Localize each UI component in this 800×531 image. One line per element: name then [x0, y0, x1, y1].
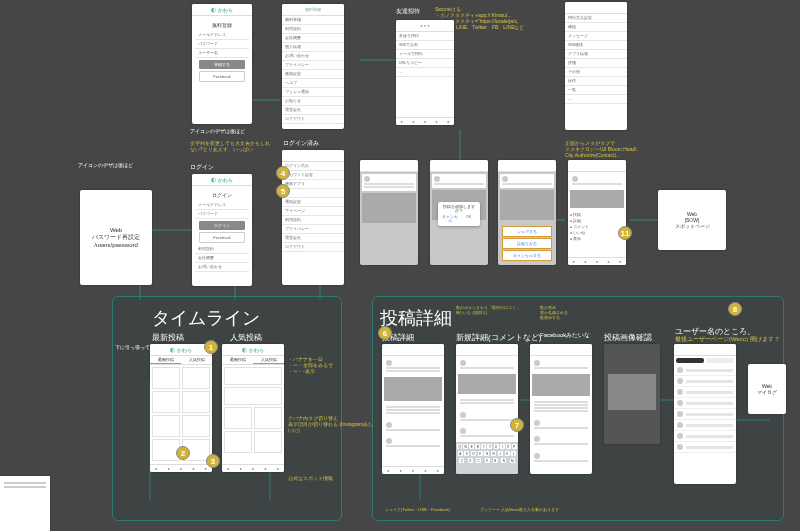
list-row[interactable]: プッシュ通知 [282, 88, 344, 97]
actions-header [565, 2, 627, 14]
login-email-field[interactable]: メールアドレス [195, 201, 249, 210]
list-row[interactable]: 個人情報 [282, 43, 344, 52]
tab-latest-2[interactable]: 最新投稿 [222, 356, 253, 364]
signup-submit-button[interactable]: 登録する [199, 60, 245, 69]
list-row[interactable]: メールで招待 [396, 50, 454, 59]
tab-bar-3[interactable] [150, 464, 212, 472]
sheet-opt-share[interactable]: シェアする [502, 226, 552, 237]
signup-fb-button[interactable]: Facebook [199, 71, 245, 82]
list-row[interactable]: 連携設定 [282, 70, 344, 79]
tab-popular-2[interactable]: 人気投稿 [253, 356, 284, 364]
post-card[interactable] [182, 391, 210, 413]
list-row[interactable]: ログイン済み [282, 162, 344, 171]
sheet-opt-cancel[interactable]: キャンセルする [502, 250, 552, 261]
list-row[interactable]: 利用規約 [282, 25, 344, 34]
list-row[interactable]: 運営会社 [282, 234, 344, 243]
popular-card[interactable] [224, 387, 282, 405]
list-item[interactable] [674, 398, 736, 409]
annot-action-note: 正面からメタがタブで スタキクロジー\UI Bloom Head\ City A… [565, 140, 637, 158]
list-row[interactable]: お問い合わせ [282, 52, 344, 61]
post-card[interactable] [182, 415, 210, 437]
list-item[interactable] [674, 365, 736, 376]
post-card[interactable] [152, 415, 180, 437]
list-item[interactable] [674, 431, 736, 442]
list-row[interactable]: 通知設定 [282, 198, 344, 207]
post-card[interactable] [152, 367, 180, 389]
login-pass-field[interactable]: パスワード [195, 210, 249, 219]
signup-name-field[interactable]: ユーザー名 [195, 49, 249, 58]
list-row[interactable]: プライバシー [282, 225, 344, 234]
list-item[interactable] [674, 420, 736, 431]
annot-login-header: ログイン [190, 164, 214, 171]
keyboard[interactable]: QWERTYUIOP ASDFGHJKL ZXCVBNM [456, 442, 518, 474]
login-fb-button[interactable]: Facebook [199, 232, 245, 243]
fullscreen-image[interactable] [608, 374, 656, 410]
list-row[interactable]: ログアウト [282, 243, 344, 252]
sheet-opt-detail[interactable]: 詳細をみる [502, 238, 552, 249]
post-card[interactable] [254, 431, 282, 453]
modal-cancel-button[interactable]: キャンセル [441, 215, 458, 223]
annot-post-small2: 数が表示 表か名録される 数表示する [540, 306, 568, 320]
list-item[interactable] [674, 442, 736, 453]
list-row[interactable]: その他 [565, 68, 627, 77]
list-item[interactable] [674, 409, 736, 420]
login-submit-button[interactable]: ログイン [199, 221, 245, 230]
badge-4: 4 [276, 166, 290, 180]
list-row[interactable]: SNS連携 [565, 41, 627, 50]
list-row[interactable]: 運営会社 [282, 106, 344, 115]
bullet-item: ● 表示 [570, 236, 624, 242]
post-detail-title: 投稿詳細 [380, 306, 452, 330]
tab-latest[interactable]: 最新投稿 [150, 356, 181, 364]
list-item[interactable] [674, 376, 736, 387]
signup-email-field[interactable]: メールアドレス [195, 31, 249, 40]
tab-bar-4[interactable] [222, 464, 284, 472]
list-row[interactable]: 連携アプリ [282, 180, 344, 189]
list-row[interactable]: 会社概要 [282, 34, 344, 43]
annot-icon-design-1: アイコンのデザは後ほど [78, 162, 133, 168]
list-row[interactable]: アカウント設定 [282, 171, 344, 180]
login-extra-1[interactable]: 利用規約 [195, 245, 249, 254]
list-row[interactable]: アプリ情報 [565, 50, 627, 59]
list-row[interactable]: ヘルプ [282, 79, 344, 88]
list-row[interactable]: 一覧 [565, 86, 627, 95]
list-row[interactable]: 招待文言設定 [565, 14, 627, 23]
tab-popular[interactable]: 人気投稿 [181, 356, 212, 364]
post-sub-new: 新規詳細(コメントなど) [456, 332, 541, 343]
screen-web-spot: Web [SOW] スポットページ [658, 190, 726, 250]
list-row[interactable]: URLをコピー [396, 59, 454, 68]
tab-bar[interactable] [396, 117, 454, 125]
post-card[interactable] [152, 391, 180, 413]
list-row[interactable]: プライバシー [282, 61, 344, 70]
post-card[interactable] [224, 431, 252, 453]
list-row[interactable]: … [396, 68, 454, 77]
tab-bar-5[interactable] [382, 466, 444, 474]
list-item[interactable] [674, 387, 736, 398]
seg-tab-1[interactable] [676, 358, 704, 363]
login-extra-2[interactable]: 会社概要 [195, 254, 249, 263]
list-row[interactable]: SNSで共有 [396, 41, 454, 50]
annot-bottom-note: シェイク(Twitter・LINE・Facebook) [385, 508, 450, 513]
post-card[interactable] [182, 367, 210, 389]
seg-tab-2[interactable] [706, 358, 734, 363]
list-row[interactable]: … [565, 95, 627, 104]
list-row[interactable]: メッセージ [565, 32, 627, 41]
tab-bar-2[interactable] [568, 257, 626, 265]
popular-card[interactable] [224, 367, 282, 385]
modal-ok-button[interactable]: OK [460, 215, 477, 223]
app-logo: ◐ かわら [211, 7, 232, 13]
list-row[interactable]: 確認 [565, 23, 627, 32]
login-extra-3[interactable]: お問い合わせ [195, 263, 249, 272]
post-card[interactable] [224, 407, 252, 429]
list-row[interactable]: 評価 [565, 59, 627, 68]
signup-pass-field[interactable]: パスワード [195, 40, 249, 49]
post-card[interactable] [254, 407, 282, 429]
list-row[interactable]: マイページ [282, 207, 344, 216]
list-row[interactable]: お知らせ [282, 97, 344, 106]
list-row[interactable]: 操作 [565, 77, 627, 86]
list-row[interactable]: … [282, 189, 344, 198]
list-row[interactable]: 利用規約 [282, 216, 344, 225]
list-row[interactable]: 友達を招待 [396, 32, 454, 41]
list-row[interactable]: 無料登録 [282, 16, 344, 25]
badge-3: 3 [206, 454, 220, 468]
list-row[interactable]: ログアウト [282, 115, 344, 124]
